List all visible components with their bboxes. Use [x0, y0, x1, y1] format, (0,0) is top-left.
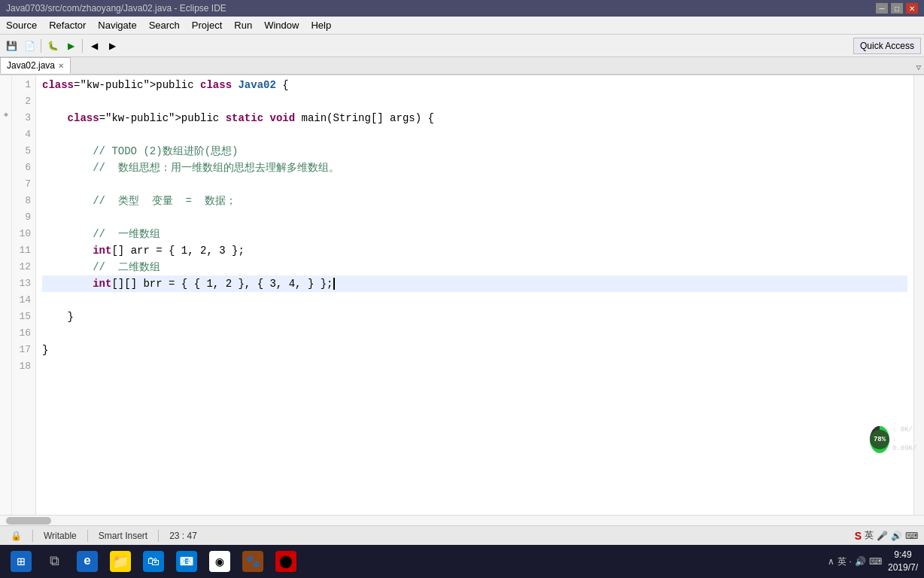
status-insert-mode: Smart Insert [94, 526, 152, 545]
sound-taskbar-icon: 🔊 [855, 556, 866, 567]
tab-label: Java02.java [7, 60, 55, 71]
code-line-2 [42, 93, 907, 110]
menu-item-help[interactable]: Help [305, 17, 337, 34]
menu-item-source[interactable]: Source [0, 17, 43, 34]
line-number-7: 7 [17, 176, 31, 193]
line-number-2: 2 [17, 93, 31, 110]
menu-item-run[interactable]: Run [228, 17, 258, 34]
start-button[interactable]: ⊞ [6, 548, 36, 575]
left-gutter: ◆ [0, 75, 12, 515]
status-right-icons: S 英 🎤 🔊 ⌨ [855, 529, 918, 542]
status-sep-3 [158, 530, 159, 542]
tab-bar-right: ▽ [916, 62, 924, 74]
app7-button[interactable]: 🐾 [238, 548, 268, 575]
title-bar-controls: ─ □ ✕ [876, 3, 918, 14]
menu-bar: SourceRefactorNavigateSearchProjectRunWi… [0, 17, 924, 35]
toolbar-sep-1 [41, 39, 41, 53]
toolbar: 💾 📄 🐛 ▶ ◀ ▶ Quick Access [0, 35, 924, 57]
editor-tab-java02[interactable]: Java02.java ✕ [0, 57, 71, 74]
quick-access-button[interactable]: Quick Access [853, 38, 921, 54]
maximize-button[interactable]: □ [891, 3, 903, 14]
mail-button[interactable]: 📧 [172, 548, 202, 575]
toolbar-fwd-btn[interactable]: ▶ [104, 38, 120, 54]
status-sougou-icon: S [855, 530, 862, 542]
code-line-6: // 数组思想：用一维数组的思想去理解多维数组。 [42, 160, 907, 176]
code-editor[interactable]: class="kw-public">public class Java02 { … [36, 75, 913, 515]
lang-icon: 英 [837, 555, 846, 568]
line-number-6: 6 [17, 160, 31, 176]
horizontal-scroll-thumb[interactable] [6, 517, 51, 525]
code-line-11: int[] arr = { 1, 2, 3 }; [42, 242, 907, 259]
toolbar-debug-btn[interactable]: 🐛 [44, 38, 61, 54]
menu-item-navigate[interactable]: Navigate [92, 17, 142, 34]
line-number-18: 18 [17, 358, 31, 375]
status-lang-icon: 英 [865, 529, 874, 542]
windows-icon: ⊞ [11, 551, 32, 572]
app7-icon: 🐾 [242, 551, 263, 572]
code-line-8: // 类型 变量 = 数据； [42, 193, 907, 209]
app8-icon: ⬤ [275, 551, 296, 572]
toolbar-run-btn[interactable]: ▶ [62, 38, 79, 54]
line-number-13: 13 [17, 275, 31, 292]
code-line-18 [42, 358, 907, 375]
status-keyboard-icon: ⌨ [905, 531, 918, 541]
menu-item-project[interactable]: Project [186, 17, 228, 34]
code-line-13: int[][] brr = { { 1, 2 }, { 3, 4, } }; [42, 275, 907, 292]
title-bar: Java0703/src/com/zhaoyang/Java02.java - … [0, 0, 924, 17]
menu-item-refactor[interactable]: Refactor [43, 17, 92, 34]
tab-bar: Java02.java ✕ ▽ [0, 57, 924, 75]
title-bar-text: Java0703/src/com/zhaoyang/Java02.java - … [6, 3, 876, 14]
status-bar: 🔒 Writable Smart Insert 23 : 47 S 英 🎤 🔊 … [0, 525, 924, 545]
keyboard-taskbar-icon: ⌨ [869, 556, 882, 567]
menu-item-window[interactable]: Window [258, 17, 305, 34]
editor-wrapper: ◆ 123456789101112131415161718 class="kw-… [0, 75, 924, 515]
app8-button[interactable]: ⬤ [271, 548, 301, 575]
line-number-17: 17 [17, 342, 31, 358]
clock-date: 2019/7/ [888, 561, 918, 574]
percent-circle: 78% [870, 426, 889, 453]
horizontal-scrollbar[interactable] [0, 515, 924, 525]
minimize-button[interactable]: ─ [876, 3, 888, 14]
dot-icon: · [850, 556, 852, 567]
code-line-1: class="kw-public">public class Java02 { [42, 77, 907, 93]
line-numbers: 123456789101112131415161718 [12, 75, 36, 515]
store-icon: 🛍 [143, 551, 164, 572]
taskbar-right: ∧ 英 · 🔊 ⌨ 9:49 2019/7/ [828, 549, 918, 574]
taskbar: ⊞ ⧉ e 📁 🛍 📧 ◉ 🐾 ⬤ ∧ 英 · 🔊 ⌨ 9:49 2019/7/ [0, 545, 924, 578]
chrome-button[interactable]: ◉ [205, 548, 235, 575]
line-number-5: 5 [17, 143, 31, 160]
io-stats: ↑ 0K/ ↓ 0.09K/ [892, 425, 916, 454]
line-number-14: 14 [17, 292, 31, 309]
toolbar-new-btn[interactable]: 📄 [21, 38, 38, 54]
status-sep-2 [87, 530, 88, 542]
code-line-15: } [42, 309, 907, 325]
line-number-16: 16 [17, 325, 31, 342]
code-line-17: } [42, 342, 907, 358]
code-line-7 [42, 176, 907, 193]
taskview-button[interactable]: ⧉ [39, 548, 69, 575]
clock: 9:49 2019/7/ [888, 549, 918, 574]
tab-bar-menu-icon[interactable]: ▽ [916, 62, 921, 72]
edge-button[interactable]: e [72, 548, 102, 575]
edge-icon: e [77, 551, 98, 572]
status-writable: Writable [39, 526, 81, 545]
percent-label: 78% [870, 430, 889, 449]
code-line-14 [42, 292, 907, 309]
line-number-8: 8 [17, 193, 31, 209]
performance-overlay: 78% ↑ 0K/ ↓ 0.09K/ [870, 424, 915, 455]
explorer-button[interactable]: 📁 [105, 548, 135, 575]
menu-item-search[interactable]: Search [143, 17, 186, 34]
code-line-10: // 一维数组 [42, 226, 907, 242]
lock-icon: 🔒 [11, 531, 22, 541]
clock-time: 9:49 [888, 549, 918, 561]
toolbar-back-btn[interactable]: ◀ [86, 38, 102, 54]
store-button[interactable]: 🛍 [138, 548, 169, 575]
toolbar-sep-2 [82, 39, 83, 53]
line-number-3: 3 [17, 110, 31, 126]
tab-close-icon[interactable]: ✕ [58, 62, 64, 70]
toolbar-save-btn[interactable]: 💾 [3, 38, 20, 54]
expand-icon[interactable]: ∧ [828, 556, 834, 567]
code-line-4 [42, 126, 907, 143]
editor-area: ◆ 123456789101112131415161718 class="kw-… [0, 75, 924, 515]
close-button[interactable]: ✕ [906, 3, 918, 14]
